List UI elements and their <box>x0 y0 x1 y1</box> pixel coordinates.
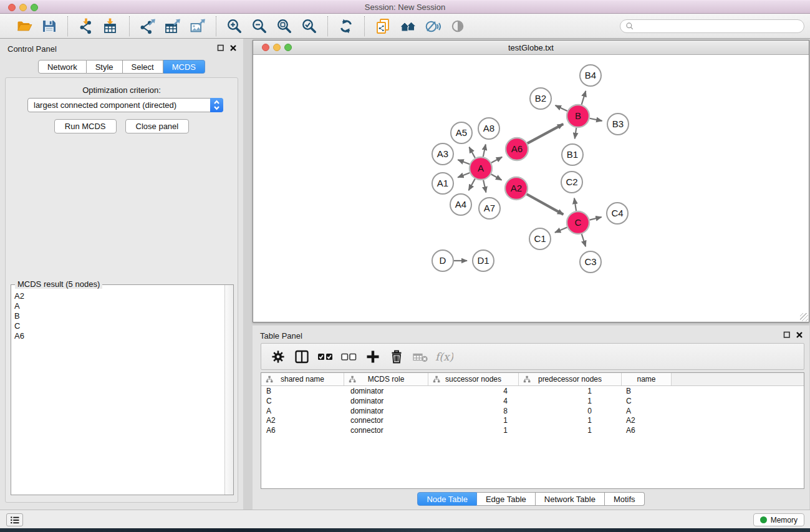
column-header-name[interactable]: name <box>622 373 672 385</box>
table-cell[interactable]: connector <box>344 425 428 435</box>
function-builder-icon[interactable]: f(x) <box>435 347 453 366</box>
export-table-icon[interactable] <box>164 17 181 35</box>
table-row[interactable]: A2connector11A2 <box>261 415 804 425</box>
result-item[interactable]: B <box>14 311 224 321</box>
node-C3[interactable]: C3 <box>580 251 601 273</box>
first-neighbors-icon[interactable] <box>399 17 417 35</box>
table-cell[interactable]: 4 <box>428 386 519 396</box>
node-A7[interactable]: A7 <box>479 198 500 219</box>
search-input[interactable] <box>637 22 799 31</box>
node-C[interactable]: C <box>567 211 589 234</box>
table-cell[interactable]: 1 <box>428 415 519 425</box>
node-A4[interactable]: A4 <box>450 194 471 215</box>
tab-edge-table[interactable]: Edge Table <box>477 492 536 506</box>
deselect-all-icon[interactable] <box>340 347 359 366</box>
edge-C-C3[interactable] <box>582 234 586 246</box>
edge-A-A2[interactable] <box>491 174 502 180</box>
task-history-button[interactable] <box>6 513 23 526</box>
table-cell[interactable]: A6 <box>622 425 672 435</box>
tab-style[interactable]: Style <box>87 60 123 74</box>
edge-A-A1[interactable] <box>458 173 470 178</box>
edge-C-C2[interactable] <box>574 198 576 211</box>
node-A6[interactable]: A6 <box>506 138 528 160</box>
zoom-out-icon[interactable] <box>251 17 268 35</box>
table-cell[interactable]: A <box>622 406 672 416</box>
node-A1[interactable]: A1 <box>432 173 453 194</box>
table-cell[interactable]: 1 <box>428 425 519 435</box>
table-cell[interactable]: 1 <box>519 386 622 396</box>
column-header-successor-nodes[interactable]: successor nodes <box>428 373 519 385</box>
node-A8[interactable]: A8 <box>478 118 499 139</box>
tab-network-table[interactable]: Network Table <box>536 492 605 506</box>
table-cell[interactable]: 1 <box>519 415 622 425</box>
export-image-icon[interactable] <box>189 17 206 35</box>
node-C4[interactable]: C4 <box>607 203 628 224</box>
table-cell[interactable]: dominator <box>344 386 428 396</box>
edge-A2-C[interactable] <box>527 194 564 215</box>
node-D1[interactable]: D1 <box>473 250 494 271</box>
zoom-fit-icon[interactable] <box>276 17 293 35</box>
table-cell[interactable]: 4 <box>428 396 519 406</box>
table-cell[interactable]: 0 <box>519 406 622 416</box>
panel-splitter[interactable] <box>243 39 253 510</box>
optimization-criterion-select[interactable]: largest connected component (directed) <box>27 98 223 112</box>
table-cell[interactable]: B <box>261 386 344 396</box>
toggle-preview-icon[interactable] <box>449 17 466 35</box>
table-settings-icon[interactable] <box>269 347 287 366</box>
column-header-shared-name[interactable]: shared name <box>261 373 344 385</box>
edge-B-B1[interactable] <box>575 128 577 138</box>
table-cell[interactable]: A2 <box>622 415 672 425</box>
edge-B-B2[interactable] <box>556 105 567 111</box>
table-cell[interactable]: A6 <box>261 425 344 435</box>
result-scrollbar[interactable] <box>224 285 233 495</box>
run-mcds-button[interactable]: Run MCDS <box>54 119 117 133</box>
table-cell[interactable]: connector <box>344 415 428 425</box>
edge-A-A5[interactable] <box>469 147 475 158</box>
node-B[interactable]: B <box>567 105 589 127</box>
close-panel-button[interactable]: Close panel <box>125 119 190 133</box>
edge-B-B4[interactable] <box>582 91 586 105</box>
edge-A-A6[interactable] <box>491 157 502 163</box>
node-C1[interactable]: C1 <box>529 228 551 249</box>
clone-network-icon[interactable] <box>374 17 392 35</box>
open-session-icon[interactable] <box>16 17 33 35</box>
refresh-layout-icon[interactable] <box>337 17 355 35</box>
float-table-panel-icon[interactable] <box>783 331 791 339</box>
table-row[interactable]: Bdominator41B <box>261 386 804 396</box>
node-B1[interactable]: B1 <box>562 144 583 165</box>
show-columns-icon[interactable] <box>292 347 311 366</box>
node-B3[interactable]: B3 <box>607 114 629 135</box>
tab-network[interactable]: Network <box>38 60 87 74</box>
tab-node-table[interactable]: Node Table <box>417 492 477 506</box>
edge-C-C4[interactable] <box>589 217 601 220</box>
edge-A6-B[interactable] <box>528 124 564 143</box>
network-canvas[interactable]: B4 B2 B B3 A8 A5 A6 B1 A3 A A1 C2 A2 <box>253 55 809 322</box>
table-row[interactable]: A6connector11A6 <box>261 425 804 435</box>
edge-A-A7[interactable] <box>483 180 486 193</box>
node-A[interactable]: A <box>470 157 492 180</box>
node-B4[interactable]: B4 <box>580 65 601 86</box>
save-session-icon[interactable] <box>41 17 58 35</box>
table-cell[interactable]: A <box>261 406 344 416</box>
node-A2[interactable]: A2 <box>505 177 528 200</box>
select-all-icon[interactable] <box>316 347 335 366</box>
close-panel-icon[interactable] <box>229 44 237 52</box>
column-header-predecessor-nodes[interactable]: predecessor nodes <box>519 373 622 385</box>
node-C2[interactable]: C2 <box>561 172 582 193</box>
float-panel-icon[interactable] <box>217 44 224 52</box>
tab-mcds[interactable]: MCDS <box>163 60 205 74</box>
table-row[interactable]: Adominator80A <box>261 406 804 416</box>
table-cell[interactable]: 8 <box>428 406 519 416</box>
tab-motifs[interactable]: Motifs <box>605 492 645 506</box>
import-table-icon[interactable] <box>102 17 120 35</box>
edge-B-B3[interactable] <box>590 118 602 121</box>
import-network-icon[interactable] <box>77 17 95 35</box>
table-cell[interactable]: C <box>622 396 672 406</box>
delete-row-icon[interactable] <box>387 347 406 366</box>
close-table-panel-icon[interactable] <box>796 331 803 339</box>
resize-grip[interactable] <box>800 313 808 321</box>
result-item[interactable]: A6 <box>14 331 224 341</box>
search-box[interactable] <box>620 19 804 33</box>
edge-C-C1[interactable] <box>555 227 567 232</box>
node-D[interactable]: D <box>432 250 453 271</box>
